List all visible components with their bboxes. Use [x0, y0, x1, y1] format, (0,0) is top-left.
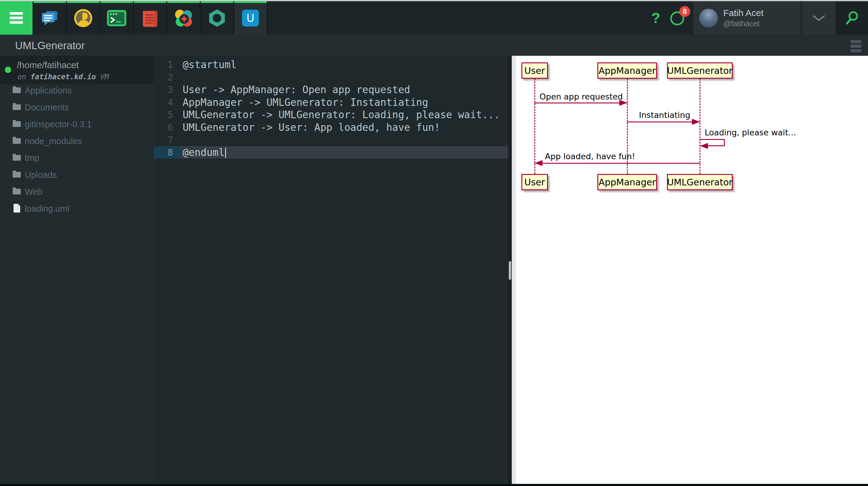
package-hexagon-icon [208, 9, 226, 27]
line-number: 6 [154, 121, 180, 134]
search-button[interactable] [836, 1, 868, 35]
dock-separator [267, 1, 268, 35]
sidebar-item-uploads[interactable]: Uploads [0, 166, 154, 183]
sidebar-item-tmp[interactable]: tmp [0, 149, 154, 166]
code-editor[interactable]: 1@startuml23User -> AppManager: Open app… [154, 56, 512, 484]
line-number: 2 [154, 71, 180, 84]
panel-resize-divider[interactable] [512, 56, 516, 484]
text-cursor [225, 148, 226, 158]
arrowhead-icon [535, 160, 542, 166]
sidebar-item-label: gitinspector-0.3.1 [25, 119, 92, 129]
line-text [180, 133, 183, 146]
umlgenerator-app-icon: U [242, 10, 259, 27]
editor-line[interactable]: 5UMLGenerator -> UMLGenerator: Loading, … [154, 109, 512, 121]
sidebar-item-label: Web [25, 187, 42, 197]
line-number: 7 [154, 133, 180, 146]
dock-app-installer[interactable] [167, 1, 200, 35]
sidebar-item-label: tmp [25, 153, 39, 163]
machine-header[interactable]: /home/fatihacet on fatihacet.kd.io VM [0, 56, 154, 84]
dock-app-notes[interactable] [134, 1, 166, 35]
editor-line[interactable]: 6UMLGenerator -> User: App loaded, have … [154, 121, 512, 134]
line-text: UMLGenerator -> User: App loaded, have f… [180, 121, 440, 134]
chevron-down-icon [812, 15, 826, 22]
participant-box-appmanager: AppManager [597, 62, 657, 79]
help-icon[interactable]: ? [647, 1, 665, 35]
participant-box-user: User [521, 62, 548, 79]
editor-line[interactable]: 1@startuml [154, 59, 512, 71]
main-menu-button[interactable] [0, 1, 33, 35]
app-dock: U ? 8 Fatih Acet @fatihacet [0, 1, 868, 35]
line-text: AppManager -> UMLGenerator: Instantiatin… [180, 96, 428, 109]
file-tree: ApplicationsDocumentsgitinspector-0.3.1n… [0, 82, 154, 217]
notification-badge[interactable]: 8 [679, 6, 690, 17]
sidebar-item-applications[interactable]: Applications [0, 82, 154, 99]
folder-icon [13, 138, 21, 144]
folder-icon [13, 87, 21, 93]
folder-icon [13, 189, 21, 194]
line-text [180, 71, 183, 84]
dock-app-terminal[interactable] [100, 1, 133, 35]
folder-icon [13, 172, 21, 178]
sidebar-item-documents[interactable]: Documents [0, 99, 154, 116]
line-text: @startuml [180, 59, 237, 71]
editor-scrollbar-thumb[interactable] [509, 261, 511, 280]
lifeline-umlgenerator [700, 79, 701, 174]
editor-line[interactable]: 8@enduml [154, 146, 512, 159]
dock-app-members[interactable] [67, 1, 99, 35]
message-label: App loaded, have fun! [545, 152, 635, 161]
arrowhead-icon [619, 100, 627, 106]
user-handle: @fatihacet [723, 19, 760, 28]
sidebar-item-node-modules[interactable]: node_modules [0, 132, 154, 149]
sidebar-item-label: Applications [25, 86, 72, 96]
panel-menu-icon[interactable] [850, 40, 861, 54]
user-name: Fatih Acet [723, 8, 764, 18]
dock-app-umlgenerator[interactable]: U [234, 1, 267, 35]
folder-icon [13, 121, 21, 127]
dock-app-packages[interactable] [201, 1, 233, 35]
bottom-edge [0, 484, 868, 486]
line-number: 3 [154, 84, 180, 96]
page: U ? 8 Fatih Acet @fatihacet UMLGenerator [0, 0, 868, 486]
line-number: 1 [154, 59, 180, 71]
file-icon [13, 204, 20, 213]
notes-icon [141, 9, 159, 27]
message-label: Open app requested [539, 92, 623, 101]
folder-icon [13, 104, 21, 110]
hamburger-icon [10, 10, 23, 26]
chat-icon [41, 10, 59, 26]
line-number: 8 [154, 146, 180, 159]
editor-line[interactable]: 7 [154, 133, 512, 146]
message-arrow [627, 121, 700, 122]
app-titlebar: UMLGenerator [0, 35, 868, 56]
participant-box-umlgenerator: UMLGenerator [667, 62, 733, 79]
file-tree-sidebar: /home/fatihacet on fatihacet.kd.io VM Ap… [0, 56, 154, 484]
participant-box-user: User [521, 174, 548, 190]
avatar [699, 9, 718, 27]
uml-preview-panel: UserUserAppManagerAppManagerUMLGenerator… [516, 56, 868, 484]
sidebar-item-loading-uml[interactable]: loading.uml [0, 200, 154, 217]
sidebar-item-label: Uploads [25, 170, 57, 180]
dock-app-chat[interactable] [33, 1, 66, 35]
editor-line[interactable]: 4AppManager -> UMLGenerator: Instantiati… [154, 96, 512, 109]
editor-line[interactable]: 2 [154, 71, 512, 84]
sidebar-item-label: loading.uml [25, 204, 69, 214]
sidebar-item-gitinspector-0-3-1[interactable]: gitinspector-0.3.1 [0, 116, 154, 132]
participant-box-appmanager: AppManager [597, 174, 657, 190]
terminal-icon [107, 10, 126, 26]
arrowhead-icon [692, 119, 700, 125]
editor-line[interactable]: 3User -> AppManager: Open app requested [154, 84, 512, 96]
participant-box-umlgenerator: UMLGenerator [667, 174, 733, 190]
sidebar-item-web[interactable]: Web [0, 183, 154, 200]
message-arrow [535, 102, 627, 103]
account-dropdown-button[interactable] [801, 1, 835, 35]
sequence-diagram: UserUserAppManagerAppManagerUMLGenerator… [516, 56, 868, 484]
message-arrow [535, 163, 700, 164]
editor-scrollbar [508, 56, 512, 484]
folder-icon [13, 155, 21, 161]
line-text: UMLGenerator -> UMLGenerator: Loading, p… [180, 109, 500, 121]
message-label: Instantiating [639, 110, 690, 120]
machine-path: /home/fatihacet [17, 60, 79, 70]
sidebar-item-label: node_modules [25, 136, 82, 146]
machine-host-line: on fatihacet.kd.io VM [18, 73, 109, 81]
search-icon [844, 10, 860, 26]
